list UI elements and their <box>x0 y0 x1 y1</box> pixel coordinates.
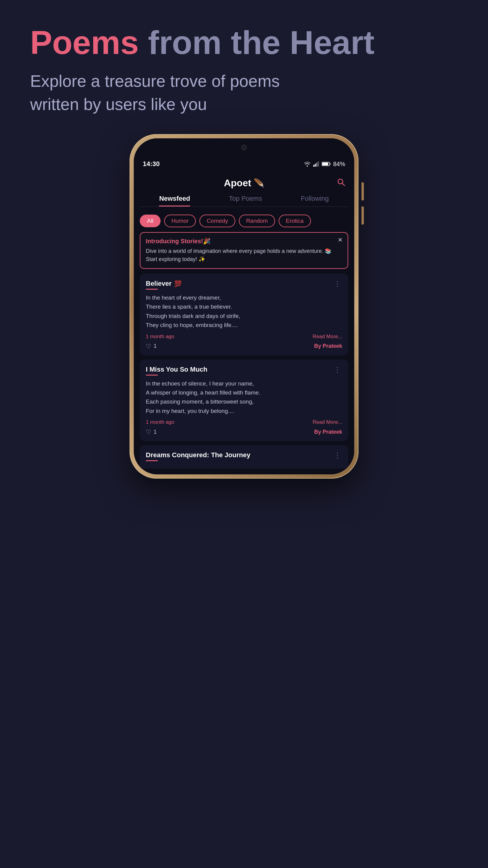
poem-title-section-2: I Miss You So Much <box>146 366 207 375</box>
poem-likes-2[interactable]: ♡ 1 <box>146 428 157 435</box>
battery-icon <box>322 161 331 166</box>
side-button-top <box>361 182 364 200</box>
signal-icon <box>313 161 319 167</box>
hero-title-highlight: Poems <box>30 24 139 61</box>
svg-line-8 <box>342 183 345 186</box>
banner-title: Introducing Stories!🎉 <box>146 238 342 245</box>
svg-rect-2 <box>316 162 318 167</box>
app-tabs: Newsfeed Top Poems Following <box>140 192 348 207</box>
status-bar: 14:30 <box>134 156 354 172</box>
wifi-icon <box>304 161 311 167</box>
author-name-2[interactable]: Prateek <box>323 429 342 435</box>
poem-title-section: Believer 💯 <box>146 280 182 290</box>
poem-card-header-2: I Miss You So Much ⋮ <box>146 366 342 375</box>
poem-footer: 1 month ago Read More... <box>146 334 342 340</box>
search-button[interactable] <box>337 178 345 188</box>
status-icons: 84% <box>304 161 345 167</box>
poem-menu-button-3[interactable]: ⋮ <box>332 451 342 460</box>
poem-menu-button-2[interactable]: ⋮ <box>332 366 342 374</box>
svg-rect-3 <box>318 161 319 167</box>
app-name: Apoet <box>224 178 251 189</box>
poem-card-header: Believer 💯 ⋮ <box>146 280 342 290</box>
banner-text: Dive into a world of imagination where e… <box>146 247 342 264</box>
phone-camera <box>241 145 247 150</box>
poem-time: 1 month ago <box>146 334 174 340</box>
hero-section: Poems from the Heart Explore a treasure … <box>0 24 488 116</box>
hero-subtitle: Explore a treasure trove of poems writte… <box>30 70 301 116</box>
poem-author: By Prateek <box>314 343 342 349</box>
svg-rect-1 <box>315 164 316 167</box>
phone-notch <box>134 138 354 156</box>
hero-title-rest: from the Heart <box>139 24 375 61</box>
read-more-link[interactable]: Read More... <box>313 334 342 340</box>
likes-count-2: 1 <box>154 429 157 435</box>
svg-rect-0 <box>313 165 315 167</box>
app-logo-feather: 🪶 <box>254 178 264 188</box>
by-label: By <box>314 343 321 349</box>
poem-likes[interactable]: ♡ 1 <box>146 343 157 350</box>
poem-author-2: By Prateek <box>314 429 342 435</box>
heart-icon: ♡ <box>146 343 151 350</box>
poem-actions-2: ♡ 1 By Prateek <box>146 428 342 435</box>
poem-title-row-3: Dreams Conquered: The Journey <box>146 451 250 459</box>
phone-inner: 14:30 <box>134 138 354 474</box>
read-more-link-2[interactable]: Read More... <box>313 419 342 425</box>
likes-count: 1 <box>154 343 157 349</box>
filter-humor[interactable]: Humor <box>164 215 196 227</box>
poem-title-3: Dreams Conquered: The Journey <box>146 451 250 459</box>
filter-erotica[interactable]: Erotica <box>279 215 311 227</box>
poem-menu-button[interactable]: ⋮ <box>332 280 342 288</box>
filter-random[interactable]: Random <box>239 215 275 227</box>
poem-title-row-2: I Miss You So Much <box>146 366 207 373</box>
status-time: 14:30 <box>143 160 160 168</box>
by-label-2: By <box>314 429 321 435</box>
poem-card-dreams: Dreams Conquered: The Journey ⋮ <box>140 445 348 468</box>
poem-card-header-3: Dreams Conquered: The Journey ⋮ <box>146 451 342 461</box>
svg-rect-5 <box>322 163 328 165</box>
author-name[interactable]: Prateek <box>323 343 342 349</box>
tab-following[interactable]: Following <box>301 195 329 207</box>
app-logo: Apoet 🪶 <box>224 178 264 189</box>
poem-body-2: In the echoes of silence, I hear your na… <box>146 379 342 416</box>
tab-top-poems[interactable]: Top Poems <box>229 195 262 207</box>
poem-card-miss-you: I Miss You So Much ⋮ In the echoes of si… <box>140 360 348 441</box>
banner-close-button[interactable]: ✕ <box>338 236 343 244</box>
svg-rect-6 <box>330 163 330 165</box>
poem-title-row: Believer 💯 <box>146 280 182 287</box>
poem-title-2: I Miss You So Much <box>146 366 207 373</box>
filter-comedy[interactable]: Comedy <box>199 215 235 227</box>
poem-card-believer: Believer 💯 ⋮ In the heart of every dream… <box>140 274 348 355</box>
poem-title-underline-3 <box>146 460 158 461</box>
hero-title: Poems from the Heart <box>30 24 458 61</box>
stories-banner: Introducing Stories!🎉 Dive into a world … <box>140 232 348 269</box>
poem-actions: ♡ 1 By Prateek <box>146 343 342 350</box>
filter-all[interactable]: All <box>140 215 161 227</box>
heart-icon-2: ♡ <box>146 428 151 435</box>
poem-title-underline <box>146 289 158 290</box>
battery-percent: 84% <box>333 161 345 167</box>
phone-outer: 14:30 <box>130 134 358 478</box>
poem-title-underline-2 <box>146 375 158 375</box>
filter-chips: All Humor Comedy Random Erotica <box>140 212 348 232</box>
poem-title-section-3: Dreams Conquered: The Journey <box>146 451 250 461</box>
side-button-mid <box>361 207 364 224</box>
app-content: Apoet 🪶 Newsfeed Top Poems Following <box>134 172 354 474</box>
app-header: Apoet 🪶 <box>140 172 348 192</box>
poem-title: Believer <box>146 280 172 287</box>
tab-newsfeed[interactable]: Newsfeed <box>159 195 190 207</box>
poem-body: In the heart of every dreamer, There lie… <box>146 293 342 330</box>
poem-title-emoji: 💯 <box>174 280 182 287</box>
phone-mockup: 14:30 <box>130 134 358 478</box>
poem-footer-2: 1 month ago Read More... <box>146 419 342 425</box>
poem-time-2: 1 month ago <box>146 419 174 425</box>
